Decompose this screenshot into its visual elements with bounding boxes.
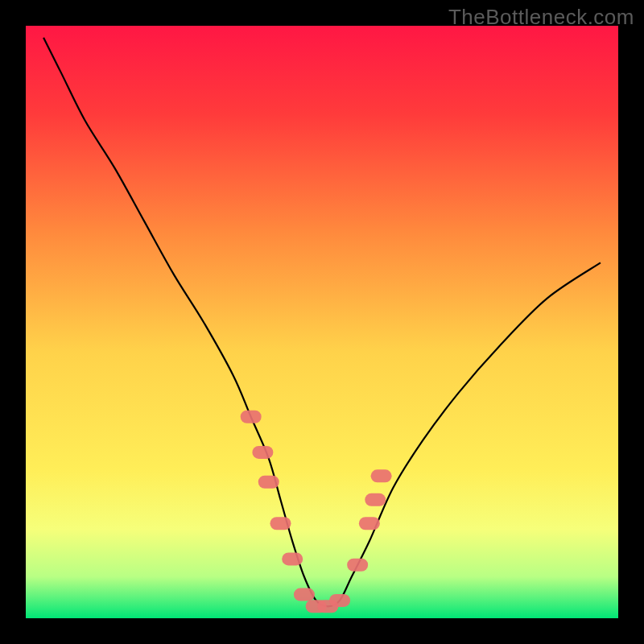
bottleneck-chart bbox=[0, 0, 644, 644]
data-marker bbox=[282, 552, 303, 565]
data-marker bbox=[294, 588, 315, 601]
chart-stage: TheBottleneck.com bbox=[0, 0, 644, 644]
data-marker bbox=[241, 411, 262, 423]
data-marker bbox=[359, 517, 380, 530]
data-marker bbox=[329, 594, 350, 607]
data-marker bbox=[371, 469, 392, 482]
data-marker bbox=[347, 559, 368, 572]
data-marker bbox=[365, 493, 386, 506]
plot-background bbox=[26, 26, 618, 618]
data-marker bbox=[258, 476, 279, 489]
data-marker bbox=[252, 446, 273, 459]
data-marker bbox=[270, 517, 291, 530]
watermark-text: TheBottleneck.com bbox=[448, 5, 634, 30]
